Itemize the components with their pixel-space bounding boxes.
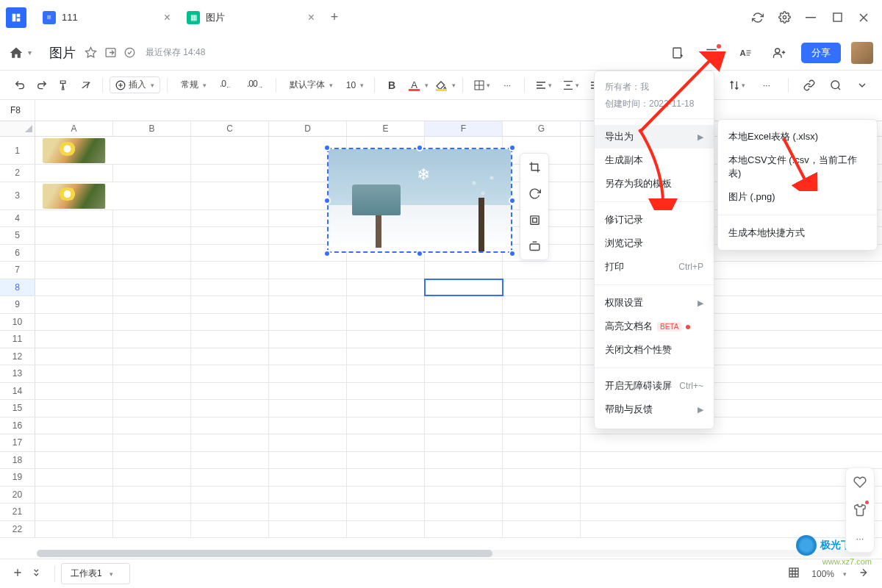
cell[interactable]: [347, 521, 425, 538]
menu-history[interactable]: 修订记录: [595, 208, 714, 232]
select-all-corner[interactable]: [0, 121, 35, 136]
cell[interactable]: [113, 469, 191, 486]
settings-icon[interactable]: [778, 11, 791, 24]
bold-button[interactable]: B: [381, 76, 402, 94]
cell[interactable]: [347, 469, 425, 486]
more-format-button[interactable]: ···: [497, 77, 517, 93]
add-tab-button[interactable]: +: [325, 8, 344, 27]
star-icon[interactable]: [85, 46, 97, 59]
cell[interactable]: [191, 137, 269, 164]
cell[interactable]: [347, 279, 425, 296]
cell[interactable]: [347, 314, 425, 331]
cell[interactable]: [503, 331, 581, 348]
theme-icon[interactable]: [846, 496, 874, 524]
cell[interactable]: [425, 279, 503, 296]
cell[interactable]: [503, 262, 581, 279]
row-header[interactable]: 2: [0, 165, 35, 182]
cell[interactable]: [425, 452, 503, 469]
sheets-list-icon[interactable]: [28, 562, 49, 585]
cell[interactable]: [269, 262, 347, 279]
cell[interactable]: [113, 137, 191, 164]
row-header[interactable]: 16: [0, 417, 35, 434]
cell[interactable]: [35, 487, 113, 503]
format-painter-icon[interactable]: [54, 76, 74, 94]
cell[interactable]: [269, 469, 347, 486]
cell[interactable]: [191, 262, 269, 279]
fill-color-button[interactable]: [431, 76, 451, 94]
align-h-button[interactable]: ▾: [531, 76, 556, 94]
col-C[interactable]: C: [191, 121, 269, 136]
cell[interactable]: [35, 210, 113, 227]
app-logo[interactable]: [6, 7, 26, 28]
thumbnail-image[interactable]: [43, 138, 106, 163]
row-header[interactable]: 18: [0, 452, 35, 469]
col-F[interactable]: F: [425, 121, 503, 136]
grid-view-icon[interactable]: [784, 562, 804, 585]
menu-help[interactable]: 帮助与反馈▶: [595, 398, 714, 421]
resize-handle-ml[interactable]: [323, 197, 331, 204]
h-scrollbar[interactable]: [37, 550, 872, 557]
cell[interactable]: [425, 262, 503, 279]
undo-icon[interactable]: [10, 76, 29, 94]
cell[interactable]: [191, 331, 269, 348]
menu-browse[interactable]: 浏览记录: [595, 232, 714, 255]
border-button[interactable]: ▾: [470, 76, 494, 94]
maximize-icon[interactable]: [831, 11, 844, 24]
size-dropdown[interactable]: 10▾: [340, 77, 368, 93]
add-sheet-icon[interactable]: [7, 562, 28, 585]
cell[interactable]: [113, 227, 191, 244]
cell[interactable]: [113, 400, 191, 417]
row-header[interactable]: 19: [0, 469, 35, 486]
cell[interactable]: [347, 348, 425, 365]
cell[interactable]: [347, 400, 425, 417]
cell[interactable]: [191, 503, 269, 520]
link-icon[interactable]: [800, 76, 819, 94]
row-header[interactable]: 5: [0, 227, 35, 244]
cell[interactable]: [269, 314, 347, 331]
cell[interactable]: [269, 417, 347, 434]
sheet-tab[interactable]: 工作表1▾: [61, 563, 130, 584]
menu-export[interactable]: 导出为▶: [595, 125, 714, 148]
cell[interactable]: [35, 348, 113, 365]
decimal-dec-icon[interactable]: .0←: [213, 76, 237, 93]
export-icon[interactable]: [104, 46, 117, 59]
row-header[interactable]: 10: [0, 314, 35, 331]
cell[interactable]: [191, 417, 269, 434]
close-icon[interactable]: ×: [308, 11, 315, 24]
cell[interactable]: [503, 469, 581, 486]
cell[interactable]: [269, 452, 347, 469]
close-icon[interactable]: ×: [164, 11, 171, 24]
cell[interactable]: [113, 503, 191, 520]
cell[interactable]: [35, 365, 113, 382]
cell[interactable]: [425, 521, 503, 538]
cell[interactable]: [35, 314, 113, 331]
zoom-level[interactable]: 100%: [811, 569, 834, 579]
row-header[interactable]: 11: [0, 331, 35, 348]
cell[interactable]: [35, 469, 113, 486]
cell[interactable]: [113, 314, 191, 331]
cell[interactable]: [191, 227, 269, 244]
cell[interactable]: [347, 434, 425, 451]
menu-close-like[interactable]: 关闭文档个性赞: [595, 338, 714, 362]
row-header[interactable]: 21: [0, 503, 35, 520]
thumbnail-image[interactable]: [43, 184, 106, 209]
fit-icon[interactable]: [520, 233, 548, 259]
cell[interactable]: [425, 400, 503, 417]
row-header[interactable]: 20: [0, 487, 35, 503]
cell[interactable]: [35, 452, 113, 469]
cell[interactable]: [113, 348, 191, 365]
align-v-button[interactable]: ▾: [559, 76, 583, 94]
cell[interactable]: [347, 331, 425, 348]
cell[interactable]: [191, 245, 269, 262]
cell[interactable]: [191, 348, 269, 365]
cell[interactable]: [191, 469, 269, 486]
cell[interactable]: [269, 487, 347, 503]
row-header[interactable]: 7: [0, 262, 35, 279]
export-png[interactable]: 图片 (.png): [718, 185, 877, 209]
cell[interactable]: [503, 417, 581, 434]
cell[interactable]: [191, 452, 269, 469]
text-color-button[interactable]: A: [405, 76, 423, 94]
menu-button[interactable]: [700, 41, 723, 65]
cell[interactable]: [269, 279, 347, 296]
col-B[interactable]: B: [113, 121, 191, 136]
